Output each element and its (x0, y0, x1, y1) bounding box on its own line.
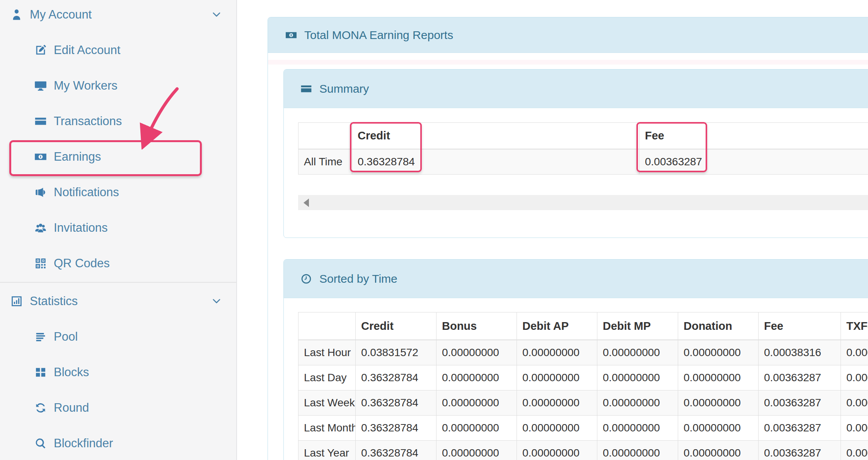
column-header: Donation (678, 312, 759, 340)
sidebar-item-my-account[interactable]: My Account (0, 0, 236, 32)
table-row: Last Year0.363287840.000000000.000000000… (298, 441, 868, 460)
sidebar-item-label: Edit Account (54, 43, 120, 57)
column-header: Debit MP (597, 312, 678, 340)
column-header: Credit (356, 312, 437, 340)
money-icon (285, 29, 297, 41)
sidebar-item-label: Transactions (54, 114, 122, 128)
sorted-panel-body: CreditBonusDebit APDebit MPDonationFeeTX… (284, 298, 868, 460)
sidebar-item-edit-account[interactable]: Edit Account (0, 32, 236, 68)
table-header-row: CreditBonusDebit APDebit MPDonationFeeTX… (298, 312, 868, 340)
column-header: Credit (352, 123, 639, 149)
summary-table: CreditFeeAll Time0.363287840.00363287 (298, 122, 868, 175)
cell-value: 0.000 (841, 441, 868, 460)
sidebar-item-blocks[interactable]: Blocks (0, 355, 236, 390)
sorted-title: Sorted by Time (319, 272, 397, 285)
bullhorn-icon (34, 186, 47, 199)
column-header: Fee (639, 123, 868, 149)
cell-value: 0.000 (841, 365, 868, 390)
sidebar-item-qr-codes[interactable]: QR Codes (0, 246, 236, 281)
sidebar-item-transactions[interactable]: Transactions (0, 104, 236, 139)
search-icon (34, 437, 47, 450)
sidebar-item-pool[interactable]: Pool (0, 319, 236, 355)
sidebar-item-label: Invitations (54, 221, 108, 235)
cell-value: 0.00000000 (678, 390, 759, 416)
cell-value: 0.00363287 (759, 441, 841, 460)
sidebar-item-label: Round (54, 401, 89, 415)
table-row: Last Week0.363287840.000000000.000000000… (298, 390, 868, 416)
column-header: Bonus (437, 312, 517, 340)
cell-value: 0.36328784 (356, 416, 437, 441)
edit-icon (34, 44, 47, 57)
cell-value: 0.00000000 (678, 365, 759, 390)
cell-value: 0.00363287 (759, 390, 841, 416)
summary-title: Summary (319, 82, 369, 95)
cell-value: 0.36328784 (356, 365, 437, 390)
cell-value: 0.00000000 (597, 416, 678, 441)
chevron-down-icon[interactable] (211, 9, 222, 20)
chevron-down-icon[interactable] (211, 295, 222, 307)
table-row: Last Month0.363287840.000000000.00000000… (298, 416, 868, 441)
scroll-left-arrow-icon[interactable] (304, 199, 309, 207)
table-row: Last Day0.363287840.000000000.000000000.… (298, 365, 868, 390)
credit-card-icon (300, 83, 312, 95)
row-label: Last Year (298, 441, 356, 460)
cell-value: 0.00000000 (517, 416, 597, 441)
sidebar-item-round[interactable]: Round (0, 390, 236, 426)
page-title: Total MONA Earning Reports (304, 29, 453, 42)
sidebar-item-earnings[interactable]: Earnings (0, 139, 236, 175)
cell-value: 0.00000000 (678, 416, 759, 441)
cell-value: 0.03831572 (356, 340, 437, 365)
clock-icon (300, 273, 312, 285)
cell-value: 0.00000000 (437, 340, 517, 365)
cell-value: 0.00363287 (759, 416, 841, 441)
row-label: Last Week (298, 390, 356, 416)
cell-value: 0.00000000 (437, 365, 517, 390)
summary-panel-body: CreditFeeAll Time0.363287840.00363287 (284, 108, 868, 238)
cell-value: 0.00000000 (517, 340, 597, 365)
report-panel-body: Summary CreditFeeAll Time0.363287840.003… (268, 53, 868, 460)
horizontal-scrollbar[interactable] (298, 195, 868, 210)
cell-value: 0.00000000 (678, 340, 759, 365)
table-row: Last Hour0.038315720.000000000.000000000… (298, 340, 868, 365)
user-doctor-icon (10, 8, 23, 21)
list-icon (34, 330, 47, 343)
cell-value: 0.00000000 (517, 365, 597, 390)
cell-value: 0.00000000 (597, 365, 678, 390)
sorted-by-time-table: CreditBonusDebit APDebit MPDonationFeeTX… (298, 312, 868, 460)
cell-value: 0.00000000 (517, 441, 597, 460)
sidebar-item-label: My Account (30, 8, 92, 22)
cell-value: 0.00363287 (759, 365, 841, 390)
cell-value: 0.36328784 (356, 390, 437, 416)
refresh-icon (34, 401, 47, 414)
report-panel-heading: Total MONA Earning Reports (268, 17, 868, 53)
sidebar-item-statistics[interactable]: Statistics (0, 283, 236, 319)
cell-value: 0.36328784 (356, 441, 437, 460)
sidebar-divider (0, 282, 236, 283)
sidebar-item-blockfinder[interactable]: Blockfinder (0, 426, 236, 460)
cell-value: 0.000 (841, 390, 868, 416)
bar-chart-icon (10, 295, 23, 308)
sidebar-item-label: Statistics (30, 294, 78, 308)
sidebar-nav: My Account Edit Account My Workers Trans… (0, 0, 236, 460)
users-icon (34, 221, 47, 234)
summary-panel-heading: Summary (284, 70, 868, 108)
sidebar-item-notifications[interactable]: Notifications (0, 175, 236, 210)
cell-value: 0.00000000 (437, 441, 517, 460)
sorted-by-time-panel: Sorted by Time CreditBonusDebit APDebit … (283, 259, 868, 460)
sidebar-item-my-workers[interactable]: My Workers (0, 68, 236, 104)
sidebar-item-label: Notifications (54, 185, 119, 199)
main-content: Total MONA Earning Reports Summary Credi… (237, 0, 868, 460)
credit-card-icon (34, 115, 47, 128)
cell-value: 0.36328784 (352, 149, 639, 175)
sidebar-item-label: Earnings (54, 150, 101, 164)
sidebar: My Account Edit Account My Workers Trans… (0, 0, 237, 460)
column-header: Fee (759, 312, 841, 340)
cell-value: 0.00363287 (639, 149, 868, 175)
cell-value: 0.00000000 (437, 416, 517, 441)
annotation-smudge (268, 60, 868, 65)
cell-value: 0.00038316 (759, 340, 841, 365)
money-icon (34, 150, 47, 163)
sidebar-item-label: Blockfinder (54, 436, 113, 450)
column-header (298, 123, 352, 149)
sidebar-item-invitations[interactable]: Invitations (0, 210, 236, 246)
